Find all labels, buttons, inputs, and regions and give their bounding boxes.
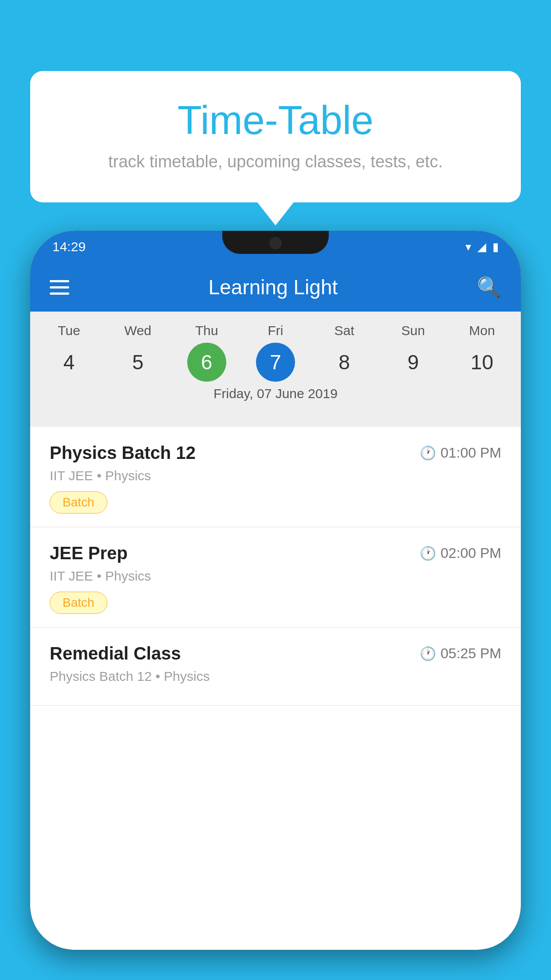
schedule-subtitle: IIT JEE • Physics (50, 468, 501, 483)
tooltip-title: Time-Table (66, 98, 485, 143)
calendar-day-col[interactable]: Sun9 (382, 323, 444, 382)
day-label: Tue (58, 323, 80, 338)
schedule-subtitle: IIT JEE • Physics (50, 569, 501, 584)
calendar-day-col[interactable]: Mon10 (451, 323, 513, 382)
schedule-title: Physics Batch 12 (50, 443, 196, 463)
schedule-time: 🕐05:25 PM (420, 645, 501, 662)
search-icon[interactable]: 🔍 (477, 276, 501, 299)
calendar-strip: Tue4Wed5Thu6Fri7Sat8Sun9Mon10 Friday, 07… (30, 312, 521, 427)
day-number[interactable]: 9 (394, 343, 433, 382)
calendar-day-col[interactable]: Fri7 (244, 323, 307, 382)
calendar-day-col[interactable]: Sat8 (313, 323, 375, 382)
day-number[interactable]: 8 (325, 343, 364, 382)
day-label: Wed (124, 323, 151, 338)
selected-date-label: Friday, 07 June 2019 (30, 386, 521, 407)
day-label: Sun (401, 323, 425, 338)
phone-notch (222, 231, 329, 254)
status-time: 14:29 (52, 239, 86, 254)
phone-camera (269, 237, 282, 249)
tooltip-subtitle: track timetable, upcoming classes, tests… (66, 152, 485, 171)
batch-badge: Batch (50, 592, 107, 614)
schedule-item[interactable]: Physics Batch 12🕐01:00 PMIIT JEE • Physi… (30, 427, 521, 527)
days-row: Tue4Wed5Thu6Fri7Sat8Sun9Mon10 (30, 312, 521, 386)
schedule-item[interactable]: Remedial Class🕐05:25 PMPhysics Batch 12 … (30, 628, 521, 706)
day-number[interactable]: 4 (50, 343, 89, 382)
wifi-icon: ▾ (465, 240, 471, 254)
day-number[interactable]: 10 (462, 343, 501, 382)
phone-screen: 14:29 ▾ ◢ ▮ Learning Light 🔍 Tue4Wed5Thu (30, 231, 521, 950)
signal-icon: ◢ (477, 240, 486, 254)
day-label: Sat (335, 323, 354, 338)
day-label: Mon (469, 323, 495, 338)
schedule-time: 🕐01:00 PM (420, 445, 501, 461)
schedule-title: Remedial Class (50, 644, 181, 664)
clock-icon: 🕐 (420, 445, 436, 461)
day-label: Thu (195, 323, 218, 338)
schedule-time: 🕐02:00 PM (420, 545, 501, 561)
tooltip-card: Time-Table track timetable, upcoming cla… (30, 71, 521, 202)
schedule-item[interactable]: JEE Prep🕐02:00 PMIIT JEE • PhysicsBatch (30, 527, 521, 628)
day-number[interactable]: 5 (118, 343, 157, 382)
batch-badge: Batch (50, 491, 107, 514)
app-title: Learning Light (209, 275, 338, 299)
schedule-subtitle: Physics Batch 12 • Physics (50, 669, 501, 684)
schedule-title: JEE Prep (50, 543, 128, 563)
day-number[interactable]: 7 (256, 343, 295, 382)
phone-frame: 14:29 ▾ ◢ ▮ Learning Light 🔍 Tue4Wed5Thu (30, 231, 521, 950)
schedule-item-header: JEE Prep🕐02:00 PM (50, 543, 501, 563)
calendar-day-col[interactable]: Tue4 (38, 323, 100, 382)
clock-icon: 🕐 (420, 545, 436, 561)
day-label: Fri (268, 323, 283, 338)
schedule-list: Physics Batch 12🕐01:00 PMIIT JEE • Physi… (30, 427, 521, 950)
day-number[interactable]: 6 (187, 343, 226, 382)
calendar-day-col[interactable]: Wed5 (107, 323, 169, 382)
battery-icon: ▮ (492, 240, 499, 254)
schedule-item-header: Remedial Class🕐05:25 PM (50, 644, 501, 664)
clock-icon: 🕐 (420, 646, 436, 661)
status-icons: ▾ ◢ ▮ (465, 240, 499, 254)
app-bar: Learning Light 🔍 (30, 263, 521, 312)
hamburger-menu-icon[interactable] (50, 280, 69, 295)
schedule-item-header: Physics Batch 12🕐01:00 PM (50, 443, 501, 463)
calendar-day-col[interactable]: Thu6 (176, 323, 238, 382)
